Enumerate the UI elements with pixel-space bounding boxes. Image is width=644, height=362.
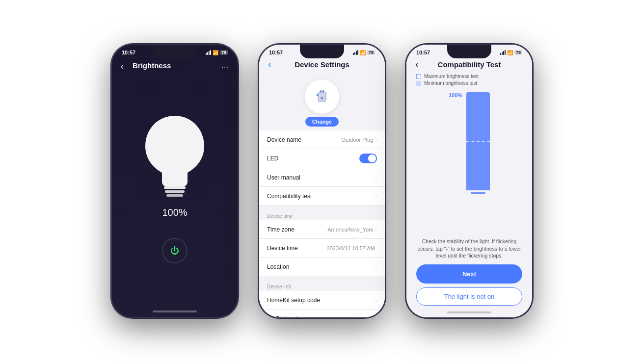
bar-dashed-line: [466, 141, 490, 142]
legend-max-icon: [416, 74, 421, 79]
row-user-manual-arrow: ›: [375, 175, 377, 181]
plug-icon: [313, 88, 331, 105]
led-toggle-thumb: [368, 155, 376, 162]
row-device-name[interactable]: Device name Outdoor Plug ›: [259, 130, 385, 149]
row-homekit-arrow: ›: [375, 297, 377, 303]
legend-min-icon: [416, 81, 421, 86]
brightness-bar: [466, 92, 490, 190]
power-button[interactable]: ⏻: [162, 238, 188, 263]
row-compat-test[interactable]: Compatibility test ›: [259, 187, 385, 206]
home-indicator-3: [447, 311, 491, 313]
device-icon-area: Change: [259, 74, 385, 130]
row-homekit-label: HomeKit setup code: [267, 297, 375, 304]
status-icons-2: 📶 79: [353, 50, 375, 55]
row-device-name-label: Device name: [267, 136, 342, 143]
device-icon: [305, 79, 339, 114]
back-button-3[interactable]: ‹: [415, 59, 425, 70]
row-timezone[interactable]: Time zone America/New_York ›: [259, 220, 385, 239]
brightness-header: ‹ Brightness ···: [112, 57, 238, 78]
bar-bottom-indicator: [471, 192, 485, 194]
battery-3: 79: [514, 50, 522, 55]
signal-bars-2: [353, 50, 358, 55]
row-user-manual[interactable]: User manual ›: [259, 168, 385, 187]
compat-body: Maximum brightness test Minimum brightne…: [406, 74, 532, 310]
divider-info: [259, 276, 385, 280]
svg-point-6: [321, 97, 323, 100]
status-bar-2: 10:57 📶 79: [259, 45, 385, 57]
row-device-name-value: Outdoor Plug: [342, 137, 374, 143]
compat-header: ‹ Compatibility Test: [406, 57, 532, 74]
chart-area: 100%: [416, 92, 522, 232]
compat-buttons: Next The light is not on: [416, 264, 522, 310]
page-title-2: Device Settings: [278, 60, 366, 69]
signal-bars-3: [500, 50, 506, 55]
status-bar-1: 10:57 📶 79: [112, 45, 238, 57]
home-indicator-1: [153, 310, 197, 312]
legend-area: Maximum brightness test Minimum brightne…: [416, 74, 522, 87]
legend-max: Maximum brightness test: [416, 74, 522, 79]
row-timezone-value: America/New_York: [327, 227, 373, 233]
chart-value-label: 100%: [449, 92, 462, 98]
row-wifi-signal: Wi-Fi signal 100%: [259, 310, 385, 317]
brightness-value: 100%: [162, 207, 187, 218]
page-title-1: Brightness: [124, 59, 221, 74]
settings-list: Device name Outdoor Plug › LED User manu…: [259, 130, 385, 317]
phone-brightness: 10:57 📶 79 ‹ Brightness ···: [111, 44, 239, 318]
settings-rows-main: Device name Outdoor Plug › LED User manu…: [259, 130, 385, 206]
row-location[interactable]: Location ›: [259, 258, 385, 276]
settings-rows-info: HomeKit setup code › Wi-Fi signal 100% M…: [259, 291, 385, 317]
svg-rect-1: [165, 190, 185, 193]
bulb-icon: [135, 111, 214, 199]
section-device-info: Device info: [259, 280, 385, 291]
row-compat-arrow: ›: [375, 193, 377, 199]
battery-1: 79: [220, 50, 228, 55]
row-homekit[interactable]: HomeKit setup code ›: [259, 291, 385, 310]
svg-rect-4: [320, 90, 322, 93]
legend-min-label: Minimum brightness test: [424, 80, 477, 86]
row-timezone-label: Time zone: [267, 226, 327, 233]
menu-icon-1[interactable]: ···: [221, 63, 229, 71]
svg-rect-0: [164, 186, 186, 189]
status-icons-3: 📶 79: [500, 50, 522, 55]
light-not-on-button[interactable]: The light is not on: [416, 287, 522, 306]
time-2: 10:57: [269, 50, 283, 55]
status-bar-3: 10:57 📶 79: [406, 45, 532, 57]
next-button[interactable]: Next: [416, 264, 522, 284]
row-wifi-value: 100%: [361, 316, 375, 318]
compat-description: Check the stability of the light. If fli…: [416, 235, 522, 264]
row-compat-label: Compatibility test: [267, 193, 375, 200]
row-timezone-arrow: ›: [375, 227, 377, 233]
legend-max-label: Maximum brightness test: [424, 74, 479, 79]
row-device-time: Device time 2023/8/12 10:57 AM: [259, 239, 385, 258]
wifi-icon-3: 📶: [507, 50, 513, 55]
row-user-manual-label: User manual: [267, 174, 375, 181]
settings-header: ‹ Device Settings: [259, 57, 385, 74]
battery-2: 79: [367, 50, 375, 55]
page-title-3: Compatibility Test: [425, 60, 513, 69]
signal-bars-1: [206, 50, 211, 55]
row-location-arrow: ›: [375, 264, 377, 270]
row-device-time-value: 2023/8/12 10:57 AM: [327, 245, 375, 251]
row-led[interactable]: LED: [259, 149, 385, 168]
change-button[interactable]: Change: [305, 117, 339, 127]
time-1: 10:57: [122, 50, 135, 55]
row-device-name-arrow: ›: [375, 137, 377, 143]
phone-compat: 10:57 📶 79 ‹ Compatibility Test: [405, 44, 533, 318]
divider-time: [259, 206, 385, 209]
back-button-2[interactable]: ‹: [268, 59, 278, 70]
svg-rect-5: [322, 90, 324, 93]
time-3: 10:57: [416, 50, 430, 55]
row-led-label: LED: [267, 155, 359, 162]
bulb-area: 100% ⏻: [112, 78, 238, 307]
settings-rows-time: Time zone America/New_York › Device time…: [259, 220, 385, 276]
wifi-icon-2: 📶: [360, 50, 366, 55]
row-location-label: Location: [267, 263, 375, 270]
row-device-time-label: Device time: [267, 245, 327, 252]
led-toggle[interactable]: [359, 154, 377, 163]
bar-container: [466, 92, 490, 200]
status-icons-1: 📶 79: [206, 50, 228, 55]
svg-rect-2: [166, 194, 183, 197]
section-device-time: Device time: [259, 209, 385, 220]
wifi-icon-1: 📶: [213, 50, 218, 55]
phone-settings: 10:57 📶 79 ‹ Device Settings: [258, 44, 386, 318]
